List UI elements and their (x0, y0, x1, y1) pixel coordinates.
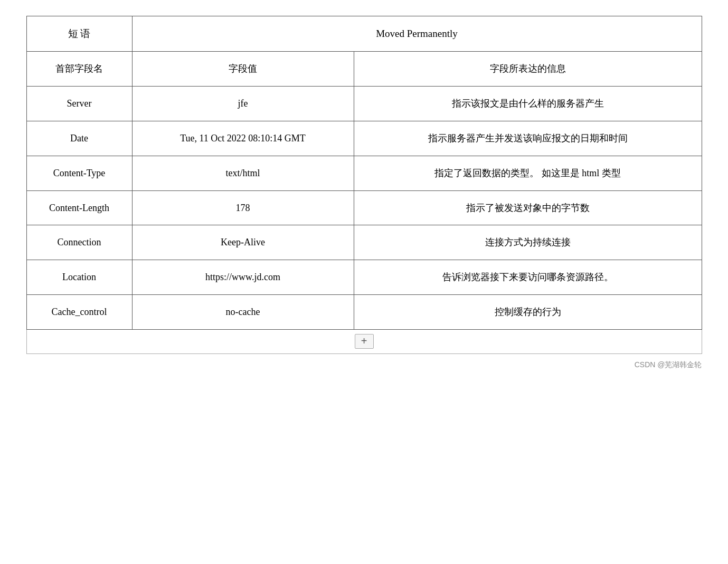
add-row-button[interactable]: + (355, 334, 374, 349)
field-desc-cell: 指示了被发送对象中的字节数 (354, 190, 702, 225)
table-row: Serverjfe指示该报文是由什么样的服务器产生 (26, 87, 702, 121)
field-value-cell: jfe (132, 87, 354, 121)
field-value-cell: https://www.jd.com (132, 260, 354, 295)
field-desc-cell: 指示该报文是由什么样的服务器产生 (354, 87, 702, 121)
field-value-cell: 178 (132, 190, 354, 225)
header-phrase: 短 语 (26, 16, 132, 52)
field-value-cell: Tue, 11 Oct 2022 08:10:14 GMT (132, 121, 354, 156)
field-desc-cell: 控制缓存的行为 (354, 294, 702, 329)
field-name-cell: Server (26, 87, 132, 121)
field-name-cell: Date (26, 121, 132, 156)
sub-header-row: 首部字段名 字段值 字段所表达的信息 (26, 52, 702, 87)
field-value-cell: Keep-Alive (132, 225, 354, 260)
field-desc-cell: 指示服务器产生并发送该响应报文的日期和时间 (354, 121, 702, 156)
field-desc-cell: 指定了返回数据的类型。 如这里是 html 类型 (354, 156, 702, 190)
add-row: + (26, 329, 702, 353)
table-row: ConnectionKeep-Alive连接方式为持续连接 (26, 225, 702, 260)
field-value-cell: no-cache (132, 294, 354, 329)
header-status: Moved Permanently (132, 16, 702, 52)
field-desc-cell: 告诉浏览器接下来要访问哪条资源路径。 (354, 260, 702, 295)
table-row: DateTue, 11 Oct 2022 08:10:14 GMT指示服务器产生… (26, 121, 702, 156)
table-wrapper: 短 语 Moved Permanently 首部字段名 字段值 字段所表达的信息… (26, 16, 702, 354)
top-header-row: 短 语 Moved Permanently (26, 16, 702, 52)
http-headers-table: 短 语 Moved Permanently 首部字段名 字段值 字段所表达的信息… (26, 16, 702, 354)
subheader-field-name: 首部字段名 (26, 52, 132, 87)
subheader-field-value: 字段值 (132, 52, 354, 87)
table-row: Cache_controlno-cache控制缓存的行为 (26, 294, 702, 329)
field-name-cell: Connection (26, 225, 132, 260)
table-row: Content-Length178指示了被发送对象中的字节数 (26, 190, 702, 225)
subheader-field-desc: 字段所表达的信息 (354, 52, 702, 87)
field-name-cell: Content-Type (26, 156, 132, 190)
field-name-cell: Cache_control (26, 294, 132, 329)
field-desc-cell: 连接方式为持续连接 (354, 225, 702, 260)
field-value-cell: text/html (132, 156, 354, 190)
field-name-cell: Location (26, 260, 132, 295)
footer-attribution: CSDN @芜湖韩金轮 (26, 360, 702, 370)
field-name-cell: Content-Length (26, 190, 132, 225)
table-row: Content-Typetext/html指定了返回数据的类型。 如这里是 ht… (26, 156, 702, 190)
table-row: Locationhttps://www.jd.com告诉浏览器接下来要访问哪条资… (26, 260, 702, 295)
